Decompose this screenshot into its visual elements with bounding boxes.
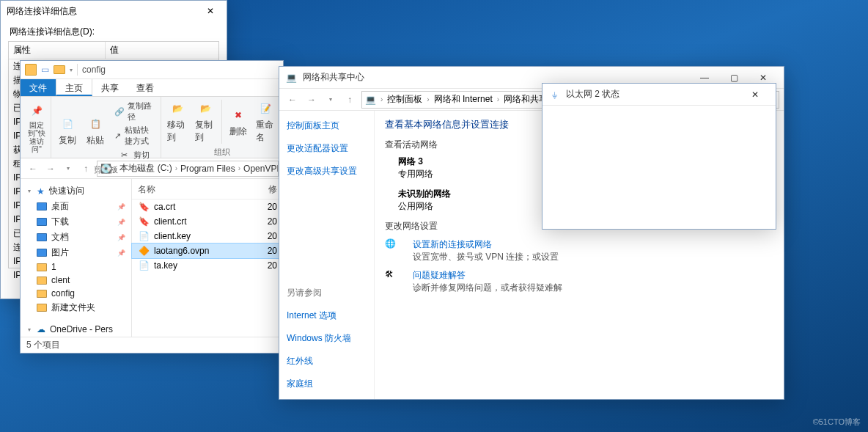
- link-homegroup[interactable]: 家庭组: [287, 378, 367, 390]
- address-bar: ← → ▾ ↑ 💽 › 本地磁盘 (C:)› Program Files› Op…: [21, 158, 283, 179]
- watermark: ©51CTO博客: [813, 417, 861, 428]
- nav-up-button[interactable]: ↑: [341, 91, 358, 109]
- copy-button[interactable]: 📄复制: [54, 98, 81, 163]
- link-internet-options[interactable]: Internet 选项: [287, 310, 367, 322]
- link-infrared[interactable]: 红外线: [287, 355, 367, 367]
- moveto-icon: 📂: [169, 100, 186, 117]
- file-row[interactable]: 📄client.key20: [132, 229, 283, 244]
- folder-icon: [37, 202, 47, 210]
- folder-icon: [37, 277, 47, 285]
- col-name[interactable]: 名称: [138, 183, 268, 196]
- explorer-window: ▭ ▾ config 文件 主页 共享 查看 📌固定到"快 速访问" 📄复制 📋…: [20, 60, 284, 354]
- task-troubleshoot[interactable]: 🛠 问题疑难解答诊断并修复网络问题，或者获得疑难解: [385, 269, 773, 294]
- breadcrumb[interactable]: 💽 › 本地磁盘 (C:)› Program Files› OpenVPN› c…: [97, 161, 279, 177]
- close-icon[interactable]: ✕: [200, 3, 221, 19]
- nav-up-button[interactable]: ↑: [78, 161, 94, 177]
- sidebar-item-桌面[interactable]: 桌面: [23, 199, 128, 214]
- sidebar-item-图片[interactable]: 图片: [23, 245, 128, 260]
- tab-home[interactable]: 主页: [56, 79, 92, 96]
- rename-icon: 📝: [257, 100, 275, 117]
- file-list: 名称修 🔖ca.crt20🔖client.crt20📄client.key20🔶…: [132, 179, 283, 337]
- nav-quick-access[interactable]: ★快速访问: [23, 183, 128, 199]
- nav-recent-button[interactable]: ▾: [322, 91, 339, 109]
- file-row[interactable]: 🔶laotang6.ovpn20: [132, 244, 283, 258]
- nav-onedrive[interactable]: ☁OneDrive - Pers: [23, 323, 128, 336]
- file-icon: 🔖: [138, 216, 150, 227]
- ribbon: 📌固定到"快 速访问" 📄复制 📋粘贴 🔗复制路径 ↗粘贴快捷方式 ✂剪切 剪贴…: [21, 97, 283, 158]
- details-titlebar: 网络连接详细信息 ✕: [1, 1, 227, 21]
- drive-icon: 💽: [100, 164, 111, 174]
- tab-file[interactable]: 文件: [21, 79, 56, 96]
- sidebar-item-1[interactable]: 1: [23, 260, 128, 274]
- copy-icon: 📄: [59, 115, 76, 133]
- troubleshoot-icon: 🛠: [385, 269, 405, 290]
- paste-button[interactable]: 📋粘贴: [82, 98, 108, 163]
- nav-back-button[interactable]: ←: [284, 91, 301, 109]
- copyto-button[interactable]: 📂复制到: [192, 98, 218, 145]
- tab-share[interactable]: 共享: [92, 79, 128, 96]
- link-firewall[interactable]: Windows 防火墙: [287, 332, 367, 345]
- folder-icon: [37, 249, 47, 257]
- col-modified[interactable]: 修: [268, 183, 277, 196]
- shortcut-icon: ↗: [114, 130, 122, 142]
- network-icon: 💻: [365, 95, 376, 105]
- link-adapter-settings[interactable]: 更改适配器设置: [287, 142, 367, 155]
- star-icon: ★: [37, 186, 45, 197]
- file-row[interactable]: 🔖ca.crt20: [132, 199, 283, 214]
- nav-fwd-button[interactable]: →: [303, 91, 320, 109]
- ethernet-status-window: ⏚ 以太网 2 状态 ✕: [542, 83, 776, 230]
- nav-pane: ★快速访问 桌面下载文档图片1clentconfig新建文件夹 ☁OneDriv…: [21, 179, 132, 337]
- nav-fwd-button[interactable]: →: [43, 161, 59, 177]
- task-new-connection[interactable]: 🌐 设置新的连接或网络设置宽带、拨号或 VPN 连接；或设置: [385, 238, 773, 263]
- sidebar-item-文档[interactable]: 文档: [23, 230, 128, 245]
- sidebar-item-clent[interactable]: clent: [23, 274, 128, 287]
- file-row[interactable]: 🔖client.crt20: [132, 214, 283, 229]
- cp-side-pane: 控制面板主页 更改适配器设置 更改高级共享设置 另请参阅 Internet 选项…: [279, 111, 375, 399]
- adapter-icon: ⏚: [548, 89, 560, 100]
- copy-path-button[interactable]: 🔗复制路径: [111, 100, 156, 123]
- rename-button[interactable]: 📝重命名: [253, 98, 279, 145]
- nav-recent-button[interactable]: ▾: [60, 161, 76, 177]
- delete-icon: ✖: [229, 106, 247, 124]
- file-icon: 📄: [138, 230, 150, 242]
- link-adv-sharing[interactable]: 更改高级共享设置: [287, 165, 367, 177]
- folder-icon: [25, 64, 37, 76]
- tab-view[interactable]: 查看: [128, 79, 163, 96]
- qat-new-icon[interactable]: [54, 65, 65, 74]
- status-bar: 5 个项目: [21, 337, 283, 353]
- file-icon: 📄: [138, 260, 150, 271]
- sidebar-item-下载[interactable]: 下载: [23, 214, 128, 230]
- close-button[interactable]: ✕: [740, 84, 770, 105]
- file-row[interactable]: 📄ta.key20: [132, 258, 283, 273]
- pin-quick-access-button[interactable]: 📌固定到"快 速访问": [23, 98, 50, 156]
- copyto-icon: 📂: [196, 100, 214, 117]
- col-value[interactable]: 值: [106, 42, 123, 59]
- paste-icon: 📋: [87, 115, 104, 133]
- link-cp-home[interactable]: 控制面板主页: [287, 120, 367, 132]
- folder-icon: [37, 304, 47, 312]
- delete-button[interactable]: ✖删除: [225, 98, 251, 145]
- group-organize-label: 组织: [164, 145, 279, 159]
- scissors-icon: ✂: [119, 149, 130, 161]
- ribbon-tabs: 文件 主页 共享 查看: [21, 79, 283, 97]
- qat-dropdown[interactable]: ▾: [70, 67, 73, 73]
- link-icon: 🔗: [114, 106, 125, 117]
- sidebar-item-新建文件夹[interactable]: 新建文件夹: [23, 300, 128, 315]
- globe-plus-icon: 🌐: [385, 238, 405, 259]
- quick-access-toolbar: ▭ ▾: [41, 65, 73, 75]
- ethernet-status-titlebar: ⏚ 以太网 2 状态 ✕: [542, 84, 776, 106]
- explorer-titlebar: ▭ ▾ config: [21, 61, 283, 79]
- details-prompt: 网络连接详细信息(D):: [1, 21, 227, 40]
- paste-shortcut-button[interactable]: ↗粘贴快捷方式: [111, 124, 156, 147]
- nav-back-button[interactable]: ←: [25, 161, 41, 177]
- network-icon: 💻: [285, 72, 297, 84]
- sidebar-item-config[interactable]: config: [23, 287, 128, 300]
- col-property[interactable]: 属性: [9, 42, 106, 59]
- folder-icon: [37, 233, 47, 241]
- file-icon: 🔶: [138, 245, 150, 257]
- cut-button[interactable]: ✂剪切: [111, 148, 156, 161]
- see-also-label: 另请参阅: [287, 287, 367, 299]
- qat-props-icon[interactable]: ▭: [41, 65, 49, 75]
- moveto-button[interactable]: 📂移动到: [164, 98, 191, 145]
- folder-icon: [37, 263, 47, 271]
